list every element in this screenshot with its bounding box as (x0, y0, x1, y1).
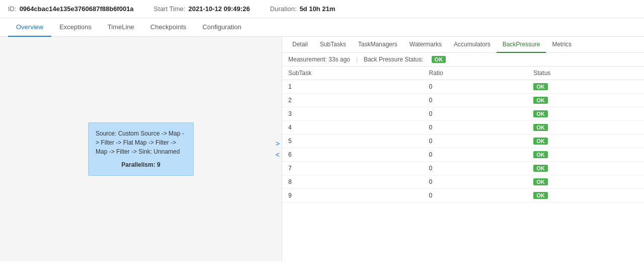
table-row: 7 0 OK (282, 162, 644, 175)
status-ok-badge: OK (533, 83, 548, 90)
status-ok-badge: OK (533, 138, 548, 145)
node-description: Source: Custom Source -> Map -> Filter -… (96, 129, 186, 156)
sub-tab-accumulators[interactable]: Accumulators (448, 37, 497, 53)
status-ok-badge: OK (533, 124, 548, 131)
measurement-text: Measurement: 33s ago (288, 56, 350, 63)
cell-status: OK (527, 135, 644, 148)
start-time-label: Start Time: (154, 5, 186, 13)
main-content: Source: Custom Source -> Map -> Filter -… (0, 37, 644, 261)
sub-tab-subtasks[interactable]: SubTasks (314, 37, 352, 53)
sub-tab-taskmanagers[interactable]: TaskManagers (352, 37, 404, 53)
table-row: 9 0 OK (282, 189, 644, 203)
expand-arrow-button[interactable]: > (274, 139, 282, 148)
status-ok-badge: OK (533, 110, 548, 117)
top-bar: ID: 0964cbac14e135e3760687f88b6f001a Sta… (0, 0, 644, 18)
cell-ratio: 0 (423, 107, 528, 121)
sub-tab-metrics[interactable]: Metrics (546, 37, 578, 53)
sub-tabs: Detail SubTasks TaskManagers Watermarks … (282, 37, 644, 53)
table-row: 1 0 OK (282, 80, 644, 94)
status-ok-badge: OK (533, 165, 548, 172)
cell-ratio: 0 (423, 175, 528, 189)
cell-subtask: 1 (282, 80, 423, 94)
tab-checkpoints[interactable]: Checkpoints (142, 18, 195, 37)
backpressure-table: SubTask Ratio Status 1 0 OK 2 0 OK 3 0 O… (282, 66, 644, 203)
col-ratio: Ratio (423, 66, 528, 80)
cell-ratio: 0 (423, 80, 528, 94)
cell-subtask: 7 (282, 162, 423, 175)
cell-subtask: 9 (282, 189, 423, 203)
table-row: 4 0 OK (282, 121, 644, 135)
cell-ratio: 0 (423, 162, 528, 175)
tab-configuration[interactable]: Configuration (194, 18, 249, 37)
cell-ratio: 0 (423, 189, 528, 203)
cell-subtask: 4 (282, 121, 423, 135)
cell-status: OK (527, 80, 644, 94)
status-ok-badge: OK (533, 97, 548, 104)
cell-subtask: 8 (282, 175, 423, 189)
back-pressure-label: Back Pressure Status: (364, 56, 424, 63)
cell-status: OK (527, 148, 644, 162)
collapse-arrow-button[interactable]: < (274, 150, 282, 159)
back-pressure-status-badge: OK (432, 56, 446, 63)
cell-subtask: 2 (282, 94, 423, 107)
cell-ratio: 0 (423, 135, 528, 148)
table-row: 3 0 OK (282, 107, 644, 121)
divider: | (356, 56, 358, 63)
start-time-item: Start Time: 2021-10-12 09:49:26 (154, 5, 250, 13)
table-header-row: SubTask Ratio Status (282, 66, 644, 80)
duration-item: Duration: 5d 10h 21m (270, 5, 336, 13)
duration-value: 5d 10h 21m (299, 5, 335, 13)
cell-status: OK (527, 189, 644, 203)
sub-tab-watermarks[interactable]: Watermarks (404, 37, 448, 53)
job-id-item: ID: 0964cbac14e135e3760687f88b6f001a (8, 5, 134, 13)
id-label: ID: (8, 5, 17, 13)
sub-tab-backpressure[interactable]: BackPressure (497, 37, 546, 53)
table-row: 2 0 OK (282, 94, 644, 107)
cell-status: OK (527, 107, 644, 121)
cell-ratio: 0 (423, 121, 528, 135)
tab-timeline[interactable]: TimeLine (100, 18, 142, 37)
table-row: 6 0 OK (282, 148, 644, 162)
start-time-value: 2021-10-12 09:49:26 (188, 5, 250, 13)
cell-status: OK (527, 94, 644, 107)
cell-status: OK (527, 162, 644, 175)
col-status: Status (527, 66, 644, 80)
node-box: Source: Custom Source -> Map -> Filter -… (88, 122, 194, 176)
id-value: 0964cbac14e135e3760687f88b6f001a (20, 5, 134, 13)
tab-overview[interactable]: Overview (8, 18, 51, 37)
toggle-arrows: > < (274, 139, 282, 159)
cell-ratio: 0 (423, 94, 528, 107)
table-row: 8 0 OK (282, 175, 644, 189)
left-panel: Source: Custom Source -> Map -> Filter -… (0, 37, 282, 261)
node-parallelism: Parallelism: 9 (96, 160, 186, 169)
sub-tab-detail[interactable]: Detail (286, 37, 314, 53)
right-panel: Detail SubTasks TaskManagers Watermarks … (282, 37, 644, 261)
table-row: 5 0 OK (282, 135, 644, 148)
main-tabs: Overview Exceptions TimeLine Checkpoints… (0, 18, 644, 37)
col-subtask: SubTask (282, 66, 423, 80)
cell-status: OK (527, 121, 644, 135)
measurement-bar: Measurement: 33s ago | Back Pressure Sta… (282, 53, 644, 66)
cell-subtask: 6 (282, 148, 423, 162)
cell-ratio: 0 (423, 148, 528, 162)
cell-subtask: 3 (282, 107, 423, 121)
status-ok-badge: OK (533, 178, 548, 185)
backpressure-table-container: SubTask Ratio Status 1 0 OK 2 0 OK 3 0 O… (282, 66, 644, 261)
tab-exceptions[interactable]: Exceptions (51, 18, 100, 37)
cell-status: OK (527, 175, 644, 189)
status-ok-badge: OK (533, 151, 548, 158)
status-ok-badge: OK (533, 192, 548, 199)
duration-label: Duration: (270, 5, 297, 13)
cell-subtask: 5 (282, 135, 423, 148)
